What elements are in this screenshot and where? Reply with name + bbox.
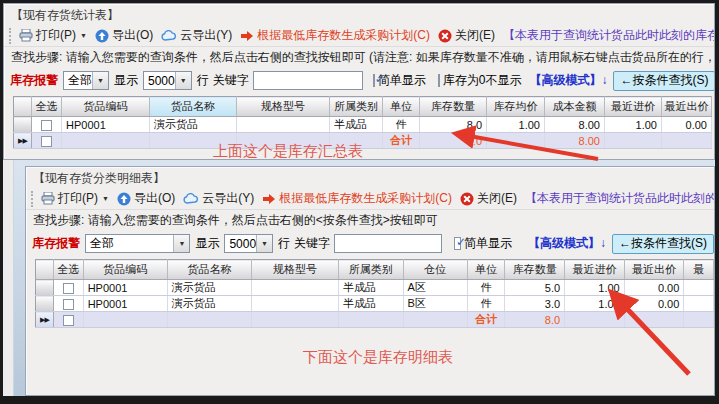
print-dropdown-caret-icon[interactable]: ▼ <box>102 195 109 202</box>
stock-alarm-select[interactable]: 全部 ▼ <box>85 234 190 253</box>
cell-truncated <box>684 280 714 296</box>
col-unit[interactable]: 单位 <box>383 97 420 117</box>
cell-location: A区 <box>403 280 467 296</box>
simple-display-label: 简单显示 <box>378 72 426 89</box>
cell-qty: 8.0 <box>420 117 487 133</box>
annotation-detail-table: 下面这个是库存明细表 <box>303 348 453 367</box>
print-label: 打印(P) <box>36 27 76 44</box>
panel-title-summary: 【现有存货统计表】 <box>4 4 714 25</box>
row-checkbox[interactable] <box>41 120 52 131</box>
total-label: 合计 <box>467 312 505 328</box>
row-checkbox-cell <box>53 280 83 296</box>
print-button[interactable]: 打印(P) ▼ <box>37 189 113 208</box>
col-truncated[interactable]: 最 <box>684 260 714 280</box>
close-button[interactable]: 关闭(E) <box>456 189 521 208</box>
col-stock-qty[interactable]: 库存数量 <box>420 97 487 117</box>
col-item-name[interactable]: 货品名称 <box>167 260 251 280</box>
stock-alarm-label: 库存报警 <box>32 235 80 252</box>
row-checkbox[interactable] <box>63 299 74 310</box>
col-cost-amount[interactable]: 成本金额 <box>545 97 605 117</box>
table-row[interactable]: HP0001 演示货品 半成品 件 8.0 1.00 8.00 1.00 0.0… <box>14 117 712 133</box>
col-select-all[interactable]: 全选 <box>53 260 83 280</box>
col-last-out-price[interactable]: 最近出价 <box>624 260 684 280</box>
show-rows-select[interactable]: 5000 ▼ <box>143 71 192 90</box>
current-row-indicator-icon: ▶▶ <box>14 133 32 149</box>
current-row-indicator-icon: ▶▶ <box>36 312 54 328</box>
row-checkbox[interactable] <box>63 283 74 294</box>
row-indicator <box>36 296 54 312</box>
col-item-code[interactable]: 货品编码 <box>83 260 167 280</box>
col-item-code[interactable]: 货品编码 <box>62 97 150 117</box>
export-icon <box>95 29 109 43</box>
cell-spec <box>237 117 330 133</box>
export-button[interactable]: 导出(O) <box>113 189 179 208</box>
cloud-export-button[interactable]: 云导出(Y) <box>179 189 258 208</box>
cell-last-out: 0.00 <box>624 280 684 296</box>
advanced-mode-link[interactable]: 【高级模式】↓ <box>528 235 606 252</box>
toolbar-grip <box>31 191 33 207</box>
show-rows-select[interactable]: 5000 ▼ <box>224 234 273 253</box>
search-button[interactable]: ←按条件查找(S) <box>612 234 714 254</box>
cell-cost: 8.00 <box>545 117 605 133</box>
cloud-export-button[interactable]: 云导出(Y) <box>157 26 236 45</box>
total-row: ▶▶ 合计 8.0 <box>36 312 714 328</box>
col-warehouse-location[interactable]: 仓位 <box>403 260 467 280</box>
simple-display-checkbox[interactable] <box>373 74 375 87</box>
close-label: 关闭(E) <box>477 190 517 207</box>
hide-zero-checkbox[interactable] <box>438 74 440 87</box>
simple-display-checkbox[interactable] <box>454 237 461 250</box>
col-last-out-price[interactable]: 最近出价 <box>662 97 712 117</box>
col-category[interactable]: 所属类别 <box>330 97 383 117</box>
purchase-plan-label: 根据最低库存数生成采购计划(C) <box>257 27 430 44</box>
col-last-in-price[interactable]: 最近进价 <box>605 97 662 117</box>
purchase-plan-button[interactable]: 根据最低库存数生成采购计划(C) <box>236 26 434 45</box>
close-label: 关闭(E) <box>455 27 495 44</box>
keyword-input[interactable] <box>334 234 442 253</box>
cell-last-out: 0.00 <box>662 117 712 133</box>
stock-alarm-select[interactable]: 全部 ▼ <box>63 71 109 90</box>
combo-arrow-icon: ▼ <box>175 72 191 89</box>
keyword-label: 关键字 <box>213 72 249 89</box>
col-stock-qty[interactable]: 库存数量 <box>505 260 565 280</box>
row-indicator <box>36 280 54 296</box>
cell-name: 演示货品 <box>167 280 251 296</box>
total-qty: 8.0 <box>420 133 487 149</box>
cloud-export-label: 云导出(Y) <box>202 190 254 207</box>
cell-code: HP0001 <box>62 117 150 133</box>
cell-truncated <box>684 296 714 312</box>
show-label: 显示 <box>195 235 219 252</box>
combo-arrow-icon: ▼ <box>92 72 108 89</box>
col-avg-price[interactable]: 库存均价 <box>487 97 545 117</box>
table-row[interactable]: HP0001 演示货品 半成品 A区 件 5.0 1.00 0.00 <box>36 280 714 296</box>
print-dropdown-caret-icon[interactable]: ▼ <box>80 32 87 39</box>
col-unit[interactable]: 单位 <box>467 260 505 280</box>
purchase-plan-button[interactable]: 根据最低库存数生成采购计划(C) <box>258 189 456 208</box>
help-text: 查找步骤: 请输入您需要的查询条件，然后点击右侧的<按条件查找>按钮即可 <box>26 210 714 231</box>
col-category[interactable]: 所属类别 <box>338 260 403 280</box>
cell-category: 半成品 <box>338 280 403 296</box>
col-last-in-price[interactable]: 最近进价 <box>565 260 625 280</box>
stock-alarm-label: 库存报警 <box>10 72 58 89</box>
row-indicator-header <box>14 97 32 117</box>
advanced-mode-link[interactable]: 【高级模式】↓ <box>529 72 607 89</box>
rows-label: 行 <box>197 72 209 89</box>
table-row[interactable]: HP0001 演示货品 半成品 B区 件 3.0 1.00 0.00 <box>36 296 714 312</box>
row-checkbox[interactable] <box>63 315 74 326</box>
col-item-name[interactable]: 货品名称 <box>150 97 237 117</box>
col-spec[interactable]: 规格型号 <box>237 97 330 117</box>
export-button[interactable]: 导出(O) <box>91 26 157 45</box>
simple-display-label: 简单显示 <box>464 235 512 252</box>
close-button[interactable]: 关闭(E) <box>434 26 499 45</box>
row-checkbox-cell <box>53 312 83 328</box>
cell-code: HP0001 <box>83 280 167 296</box>
usage-note: 【本表用于查询统计货品此时此刻的库存数量、成本、金额等情况】 <box>525 190 715 207</box>
cell-last-out: 0.00 <box>624 296 684 312</box>
printer-icon <box>41 192 55 205</box>
row-checkbox[interactable] <box>41 136 52 147</box>
print-button[interactable]: 打印(P) ▼ <box>15 26 91 45</box>
col-spec[interactable]: 规格型号 <box>252 260 339 280</box>
col-select-all[interactable]: 全选 <box>32 97 62 117</box>
search-button[interactable]: ←按条件查找(S) <box>613 71 715 91</box>
detail-table: 全选 货品编码 货品名称 规格型号 所属类别 仓位 单位 库存数量 最近进价 最… <box>35 259 714 328</box>
keyword-input[interactable] <box>253 71 363 90</box>
